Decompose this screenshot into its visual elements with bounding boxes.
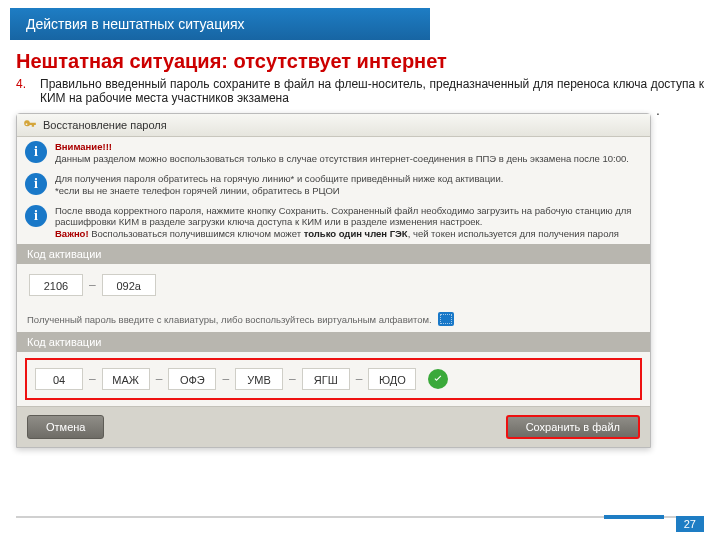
code-part-1: 2106 (29, 274, 83, 296)
dialog-window: Восстановление пароля i Внимание!!! Данн… (16, 113, 651, 448)
page-number: 27 (676, 516, 704, 532)
stray-dot: . (656, 102, 660, 118)
password-label: Код активации (17, 332, 650, 352)
password-entry-highlight: 04– МАЖ– ОФЭ– УМВ– ЯГШ– ЮДО (25, 358, 642, 400)
instruction-row: 4. Правильно введенный пароль сохраните … (16, 77, 704, 105)
info2-line2: *если вы не знаете телефон горячей линии… (55, 185, 340, 196)
activation-code-label: Код активации (17, 244, 650, 264)
check-icon (428, 369, 448, 389)
slide-title: Нештатная ситуация: отсутствует интернет (16, 50, 704, 73)
hint-text: Полученный пароль введите с клавиатуры, … (27, 314, 432, 325)
cancel-button[interactable]: Отмена (27, 415, 104, 439)
info3-line2b: , чей токен используется для получения п… (408, 228, 619, 239)
info3-bold: только один член ГЭК (304, 228, 408, 239)
password-hint: Полученный пароль введите с клавиатуры, … (17, 306, 650, 332)
info-block-3: i После ввода корректного пароля, нажмит… (17, 201, 650, 245)
footer-line (16, 516, 704, 518)
button-bar: Отмена Сохранить в файл (17, 406, 650, 447)
key-icon (23, 118, 37, 132)
window-title: Восстановление пароля (43, 119, 167, 131)
keyboard-icon[interactable] (438, 312, 454, 326)
info-block-1: i Внимание!!! Данным разделом можно восп… (17, 137, 650, 169)
info-icon: i (25, 141, 47, 163)
info-icon: i (25, 205, 47, 227)
info-block-2: i Для получения пароля обратитесь на гор… (17, 169, 650, 201)
step-number: 4. (16, 77, 40, 105)
pw-part-2[interactable]: МАЖ (102, 368, 150, 390)
pw-part-6[interactable]: ЮДО (368, 368, 416, 390)
info2-line1: Для получения пароля обратитесь на горяч… (55, 173, 503, 184)
info3-prefix: Важно! (55, 228, 89, 239)
slide-header: Действия в нештатных ситуациях (10, 8, 430, 40)
code-part-2: 092a (102, 274, 156, 296)
pw-part-5[interactable]: ЯГШ (302, 368, 350, 390)
pw-part-4[interactable]: УМВ (235, 368, 283, 390)
activation-code-row: 2106 – 092a (17, 264, 650, 306)
window-titlebar[interactable]: Восстановление пароля (17, 114, 650, 137)
footer: 27 (0, 516, 720, 534)
step-text: Правильно введенный пароль сохраните в ф… (40, 77, 704, 105)
dash: – (89, 278, 96, 292)
save-to-file-button[interactable]: Сохранить в файл (506, 415, 640, 439)
pw-part-3[interactable]: ОФЭ (168, 368, 216, 390)
info1-title: Внимание!!! (55, 141, 112, 152)
info3-line2: Воспользоваться получившимся ключом може… (89, 228, 304, 239)
info-icon: i (25, 173, 47, 195)
pw-part-1[interactable]: 04 (35, 368, 83, 390)
info1-body: Данным разделом можно воспользоваться то… (55, 153, 629, 164)
info3-line1: После ввода корректного пароля, нажмите … (55, 205, 632, 228)
